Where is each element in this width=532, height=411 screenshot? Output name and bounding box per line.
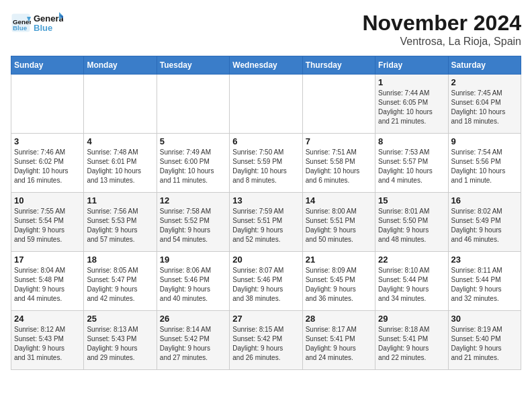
weekday-header: Wednesday (230, 56, 302, 75)
logo-icon: General Blue (11, 13, 31, 33)
day-number: 29 (378, 314, 445, 324)
calendar-day-cell: 2Sunrise: 7:45 AM Sunset: 6:04 PM Daylig… (448, 75, 521, 134)
day-info: Sunrise: 8:11 AM Sunset: 5:44 PM Dayligh… (451, 266, 518, 304)
day-info: Sunrise: 8:19 AM Sunset: 5:40 PM Dayligh… (451, 325, 518, 363)
calendar-day-cell: 24Sunrise: 8:12 AM Sunset: 5:43 PM Dayli… (11, 311, 84, 370)
day-info: Sunrise: 8:09 AM Sunset: 5:45 PM Dayligh… (306, 266, 372, 304)
day-number: 13 (232, 195, 299, 205)
day-number: 19 (160, 255, 226, 265)
calendar-week-row: 10Sunrise: 7:55 AM Sunset: 5:54 PM Dayli… (11, 193, 521, 252)
day-number: 6 (232, 136, 299, 146)
day-number: 18 (87, 255, 153, 265)
day-info: Sunrise: 8:00 AM Sunset: 5:51 PM Dayligh… (306, 207, 372, 244)
svg-text:Blue: Blue (13, 24, 28, 32)
day-number: 3 (14, 136, 81, 146)
calendar-day-cell: 9Sunrise: 7:54 AM Sunset: 5:56 PM Daylig… (448, 134, 521, 193)
location: Ventrosa, La Rioja, Spain (362, 36, 521, 48)
calendar-day-cell: 14Sunrise: 8:00 AM Sunset: 5:51 PM Dayli… (302, 193, 375, 252)
day-info: Sunrise: 8:06 AM Sunset: 5:46 PM Dayligh… (160, 266, 226, 304)
day-info: Sunrise: 8:18 AM Sunset: 5:41 PM Dayligh… (378, 325, 445, 363)
day-info: Sunrise: 7:46 AM Sunset: 6:02 PM Dayligh… (14, 148, 81, 185)
calendar-day-cell: 18Sunrise: 8:05 AM Sunset: 5:47 PM Dayli… (84, 252, 157, 311)
month-title: November 2024 (362, 11, 521, 36)
calendar-day-cell: 10Sunrise: 7:55 AM Sunset: 5:54 PM Dayli… (11, 193, 84, 252)
calendar-day-cell: 21Sunrise: 8:09 AM Sunset: 5:45 PM Dayli… (302, 252, 375, 311)
weekday-header: Tuesday (157, 56, 229, 75)
calendar-day-cell (230, 75, 302, 134)
calendar-day-cell: 30Sunrise: 8:19 AM Sunset: 5:40 PM Dayli… (448, 311, 521, 370)
calendar-day-cell: 23Sunrise: 8:11 AM Sunset: 5:44 PM Dayli… (448, 252, 521, 311)
calendar-day-cell: 27Sunrise: 8:15 AM Sunset: 5:42 PM Dayli… (230, 311, 302, 370)
calendar-day-cell: 28Sunrise: 8:17 AM Sunset: 5:41 PM Dayli… (302, 311, 375, 370)
calendar-table: SundayMondayTuesdayWednesdayThursdayFrid… (11, 56, 521, 370)
day-info: Sunrise: 8:15 AM Sunset: 5:42 PM Dayligh… (232, 325, 299, 363)
calendar-day-cell: 6Sunrise: 7:50 AM Sunset: 5:59 PM Daylig… (230, 134, 302, 193)
title-block: November 2024 Ventrosa, La Rioja, Spain (362, 11, 521, 48)
day-info: Sunrise: 7:45 AM Sunset: 6:04 PM Dayligh… (451, 89, 518, 126)
day-number: 26 (160, 314, 226, 324)
day-info: Sunrise: 8:14 AM Sunset: 5:42 PM Dayligh… (160, 325, 226, 363)
day-info: Sunrise: 8:10 AM Sunset: 5:44 PM Dayligh… (378, 266, 445, 304)
day-info: Sunrise: 7:49 AM Sunset: 6:00 PM Dayligh… (160, 148, 226, 185)
calendar-day-cell (84, 75, 157, 134)
day-number: 25 (87, 314, 153, 324)
day-number: 14 (306, 195, 372, 205)
logo: General Blue General Blue (11, 11, 63, 35)
weekday-header: Saturday (448, 56, 521, 75)
calendar-day-cell: 15Sunrise: 8:01 AM Sunset: 5:50 PM Dayli… (375, 193, 448, 252)
day-number: 9 (451, 136, 518, 146)
day-number: 24 (14, 314, 81, 324)
calendar-day-cell: 4Sunrise: 7:48 AM Sunset: 6:01 PM Daylig… (84, 134, 157, 193)
calendar-day-cell: 19Sunrise: 8:06 AM Sunset: 5:46 PM Dayli… (157, 252, 229, 311)
weekday-header: Sunday (11, 56, 84, 75)
day-number: 28 (306, 314, 372, 324)
calendar-week-row: 1Sunrise: 7:44 AM Sunset: 6:05 PM Daylig… (11, 75, 521, 134)
calendar-day-cell: 22Sunrise: 8:10 AM Sunset: 5:44 PM Dayli… (375, 252, 448, 311)
calendar-day-cell (302, 75, 375, 134)
day-info: Sunrise: 7:51 AM Sunset: 5:58 PM Dayligh… (306, 148, 372, 185)
page: General Blue General Blue November 2024 … (0, 0, 532, 381)
day-info: Sunrise: 7:56 AM Sunset: 5:53 PM Dayligh… (87, 207, 153, 244)
calendar-day-cell: 17Sunrise: 8:04 AM Sunset: 5:48 PM Dayli… (11, 252, 84, 311)
calendar-day-cell: 13Sunrise: 7:59 AM Sunset: 5:51 PM Dayli… (230, 193, 302, 252)
logo-bird-icon: General Blue (34, 11, 63, 35)
calendar-body: 1Sunrise: 7:44 AM Sunset: 6:05 PM Daylig… (11, 75, 521, 370)
day-number: 23 (451, 255, 518, 265)
day-number: 10 (14, 195, 81, 205)
calendar-day-cell: 26Sunrise: 8:14 AM Sunset: 5:42 PM Dayli… (157, 311, 229, 370)
day-info: Sunrise: 8:13 AM Sunset: 5:43 PM Dayligh… (87, 325, 153, 363)
day-number: 5 (160, 136, 226, 146)
day-number: 17 (14, 255, 81, 265)
day-number: 30 (451, 314, 518, 324)
day-number: 20 (232, 255, 299, 265)
calendar-day-cell: 11Sunrise: 7:56 AM Sunset: 5:53 PM Dayli… (84, 193, 157, 252)
weekday-row: SundayMondayTuesdayWednesdayThursdayFrid… (11, 56, 521, 75)
day-number: 16 (451, 195, 518, 205)
day-number: 22 (378, 255, 445, 265)
day-info: Sunrise: 7:50 AM Sunset: 5:59 PM Dayligh… (232, 148, 299, 185)
svg-text:Blue: Blue (34, 23, 52, 33)
calendar-header: SundayMondayTuesdayWednesdayThursdayFrid… (11, 56, 521, 75)
header: General Blue General Blue November 2024 … (11, 11, 521, 48)
day-info: Sunrise: 8:12 AM Sunset: 5:43 PM Dayligh… (14, 325, 81, 363)
day-number: 4 (87, 136, 153, 146)
calendar-day-cell: 20Sunrise: 8:07 AM Sunset: 5:46 PM Dayli… (230, 252, 302, 311)
day-number: 2 (451, 77, 518, 87)
calendar-day-cell: 5Sunrise: 7:49 AM Sunset: 6:00 PM Daylig… (157, 134, 229, 193)
day-number: 12 (160, 195, 226, 205)
calendar-day-cell: 1Sunrise: 7:44 AM Sunset: 6:05 PM Daylig… (375, 75, 448, 134)
calendar-day-cell: 16Sunrise: 8:02 AM Sunset: 5:49 PM Dayli… (448, 193, 521, 252)
day-info: Sunrise: 7:54 AM Sunset: 5:56 PM Dayligh… (451, 148, 518, 185)
day-info: Sunrise: 8:17 AM Sunset: 5:41 PM Dayligh… (306, 325, 372, 363)
day-info: Sunrise: 7:58 AM Sunset: 5:52 PM Dayligh… (160, 207, 226, 244)
calendar-day-cell: 7Sunrise: 7:51 AM Sunset: 5:58 PM Daylig… (302, 134, 375, 193)
day-info: Sunrise: 8:02 AM Sunset: 5:49 PM Dayligh… (451, 207, 518, 244)
calendar-week-row: 17Sunrise: 8:04 AM Sunset: 5:48 PM Dayli… (11, 252, 521, 311)
day-number: 1 (378, 77, 445, 87)
day-info: Sunrise: 8:01 AM Sunset: 5:50 PM Dayligh… (378, 207, 445, 244)
day-number: 15 (378, 195, 445, 205)
calendar-day-cell (11, 75, 84, 134)
day-info: Sunrise: 7:44 AM Sunset: 6:05 PM Dayligh… (378, 89, 445, 126)
calendar-week-row: 3Sunrise: 7:46 AM Sunset: 6:02 PM Daylig… (11, 134, 521, 193)
calendar-week-row: 24Sunrise: 8:12 AM Sunset: 5:43 PM Dayli… (11, 311, 521, 370)
